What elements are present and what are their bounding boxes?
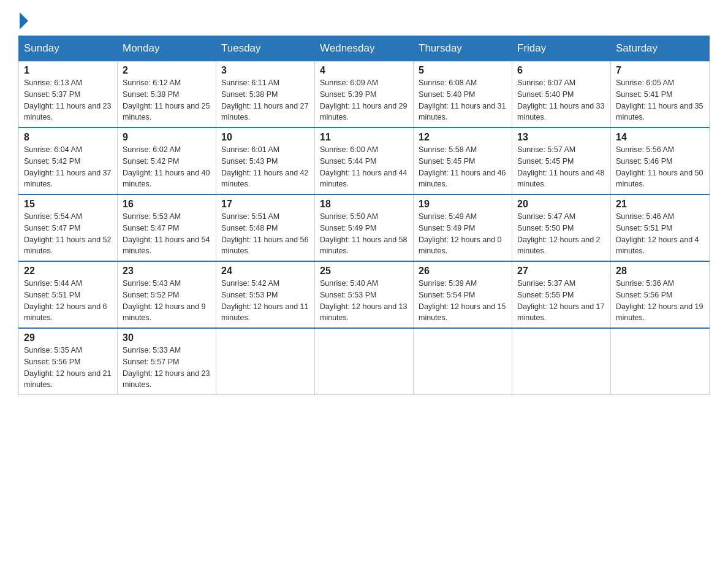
day-number: 6 xyxy=(517,65,605,76)
weekday-header-monday: Monday xyxy=(118,36,216,61)
day-number: 17 xyxy=(221,199,309,210)
day-info: Sunrise: 6:09 AMSunset: 5:39 PMDaylight:… xyxy=(320,77,408,123)
day-number: 27 xyxy=(517,266,605,277)
day-info: Sunrise: 5:49 AMSunset: 5:49 PMDaylight:… xyxy=(419,211,507,257)
weekday-header-wednesday: Wednesday xyxy=(315,36,414,61)
day-number: 15 xyxy=(24,199,112,210)
day-info: Sunrise: 6:05 AMSunset: 5:41 PMDaylight:… xyxy=(616,77,704,123)
calendar-week-row: 29Sunrise: 5:35 AMSunset: 5:56 PMDayligh… xyxy=(19,328,710,395)
day-number: 24 xyxy=(221,266,309,277)
calendar-cell: 3Sunrise: 6:11 AMSunset: 5:38 PMDaylight… xyxy=(216,61,315,128)
day-info: Sunrise: 5:53 AMSunset: 5:47 PMDaylight:… xyxy=(123,211,211,257)
logo-triangle-icon xyxy=(20,12,28,29)
calendar-cell: 15Sunrise: 5:54 AMSunset: 5:47 PMDayligh… xyxy=(19,194,118,261)
day-info: Sunrise: 5:54 AMSunset: 5:47 PMDaylight:… xyxy=(24,211,112,257)
calendar-cell: 30Sunrise: 5:33 AMSunset: 5:57 PMDayligh… xyxy=(118,328,216,395)
calendar-cell: 1Sunrise: 6:13 AMSunset: 5:37 PMDaylight… xyxy=(19,61,118,128)
day-info: Sunrise: 6:00 AMSunset: 5:44 PMDaylight:… xyxy=(320,144,408,190)
day-number: 30 xyxy=(123,332,211,343)
calendar-cell xyxy=(216,328,315,395)
calendar-cell: 5Sunrise: 6:08 AMSunset: 5:40 PMDaylight… xyxy=(414,61,512,128)
day-number: 8 xyxy=(24,132,112,143)
day-number: 3 xyxy=(221,65,309,76)
day-number: 20 xyxy=(517,199,605,210)
calendar-cell: 24Sunrise: 5:42 AMSunset: 5:53 PMDayligh… xyxy=(216,261,315,328)
calendar-cell: 4Sunrise: 6:09 AMSunset: 5:39 PMDaylight… xyxy=(315,61,414,128)
day-number: 26 xyxy=(419,266,507,277)
calendar-cell: 7Sunrise: 6:05 AMSunset: 5:41 PMDaylight… xyxy=(611,61,710,128)
calendar-cell xyxy=(611,328,710,395)
day-info: Sunrise: 6:02 AMSunset: 5:42 PMDaylight:… xyxy=(123,144,211,190)
calendar-cell: 10Sunrise: 6:01 AMSunset: 5:43 PMDayligh… xyxy=(216,128,315,194)
page-header xyxy=(18,12,710,29)
calendar-cell: 9Sunrise: 6:02 AMSunset: 5:42 PMDaylight… xyxy=(118,128,216,194)
day-info: Sunrise: 5:42 AMSunset: 5:53 PMDaylight:… xyxy=(221,278,309,324)
day-info: Sunrise: 6:07 AMSunset: 5:40 PMDaylight:… xyxy=(517,77,605,123)
day-info: Sunrise: 5:36 AMSunset: 5:56 PMDaylight:… xyxy=(616,278,704,324)
calendar-cell: 22Sunrise: 5:44 AMSunset: 5:51 PMDayligh… xyxy=(19,261,118,328)
day-info: Sunrise: 6:12 AMSunset: 5:38 PMDaylight:… xyxy=(123,77,211,123)
calendar-cell: 12Sunrise: 5:58 AMSunset: 5:45 PMDayligh… xyxy=(414,128,512,194)
day-info: Sunrise: 6:08 AMSunset: 5:40 PMDaylight:… xyxy=(419,77,507,123)
day-number: 23 xyxy=(123,266,211,277)
calendar-cell: 2Sunrise: 6:12 AMSunset: 5:38 PMDaylight… xyxy=(118,61,216,128)
day-info: Sunrise: 5:56 AMSunset: 5:46 PMDaylight:… xyxy=(616,144,704,190)
calendar-cell xyxy=(315,328,414,395)
day-info: Sunrise: 5:58 AMSunset: 5:45 PMDaylight:… xyxy=(419,144,507,190)
calendar-cell: 26Sunrise: 5:39 AMSunset: 5:54 PMDayligh… xyxy=(414,261,512,328)
day-info: Sunrise: 5:40 AMSunset: 5:53 PMDaylight:… xyxy=(320,278,408,324)
calendar-cell: 25Sunrise: 5:40 AMSunset: 5:53 PMDayligh… xyxy=(315,261,414,328)
weekday-header-sunday: Sunday xyxy=(19,36,118,61)
day-info: Sunrise: 6:11 AMSunset: 5:38 PMDaylight:… xyxy=(221,77,309,123)
day-number: 9 xyxy=(123,132,211,143)
day-number: 11 xyxy=(320,132,408,143)
calendar-cell: 18Sunrise: 5:50 AMSunset: 5:49 PMDayligh… xyxy=(315,194,414,261)
calendar-cell: 17Sunrise: 5:51 AMSunset: 5:48 PMDayligh… xyxy=(216,194,315,261)
day-number: 29 xyxy=(24,332,112,343)
day-number: 5 xyxy=(419,65,507,76)
calendar-week-row: 22Sunrise: 5:44 AMSunset: 5:51 PMDayligh… xyxy=(19,261,710,328)
calendar-cell: 6Sunrise: 6:07 AMSunset: 5:40 PMDaylight… xyxy=(512,61,611,128)
day-number: 10 xyxy=(221,132,309,143)
day-number: 2 xyxy=(123,65,211,76)
calendar-cell: 28Sunrise: 5:36 AMSunset: 5:56 PMDayligh… xyxy=(611,261,710,328)
calendar-week-row: 1Sunrise: 6:13 AMSunset: 5:37 PMDaylight… xyxy=(19,61,710,128)
day-number: 1 xyxy=(24,65,112,76)
day-number: 18 xyxy=(320,199,408,210)
calendar-cell: 19Sunrise: 5:49 AMSunset: 5:49 PMDayligh… xyxy=(414,194,512,261)
day-number: 25 xyxy=(320,266,408,277)
day-info: Sunrise: 5:47 AMSunset: 5:50 PMDaylight:… xyxy=(517,211,605,257)
day-info: Sunrise: 6:01 AMSunset: 5:43 PMDaylight:… xyxy=(221,144,309,190)
day-number: 16 xyxy=(123,199,211,210)
day-number: 28 xyxy=(616,266,704,277)
day-info: Sunrise: 5:33 AMSunset: 5:57 PMDaylight:… xyxy=(123,345,211,391)
calendar-cell: 16Sunrise: 5:53 AMSunset: 5:47 PMDayligh… xyxy=(118,194,216,261)
day-number: 21 xyxy=(616,199,704,210)
day-number: 13 xyxy=(517,132,605,143)
calendar-cell: 29Sunrise: 5:35 AMSunset: 5:56 PMDayligh… xyxy=(19,328,118,395)
day-number: 7 xyxy=(616,65,704,76)
day-info: Sunrise: 5:39 AMSunset: 5:54 PMDaylight:… xyxy=(419,278,507,324)
day-number: 22 xyxy=(24,266,112,277)
weekday-header-tuesday: Tuesday xyxy=(216,36,315,61)
calendar-week-row: 8Sunrise: 6:04 AMSunset: 5:42 PMDaylight… xyxy=(19,128,710,194)
day-number: 14 xyxy=(616,132,704,143)
day-info: Sunrise: 5:51 AMSunset: 5:48 PMDaylight:… xyxy=(221,211,309,257)
calendar-cell: 11Sunrise: 6:00 AMSunset: 5:44 PMDayligh… xyxy=(315,128,414,194)
day-info: Sunrise: 5:46 AMSunset: 5:51 PMDaylight:… xyxy=(616,211,704,257)
calendar-cell xyxy=(512,328,611,395)
weekday-header-row: SundayMondayTuesdayWednesdayThursdayFrid… xyxy=(19,36,710,61)
weekday-header-friday: Friday xyxy=(512,36,611,61)
calendar-cell xyxy=(414,328,512,395)
day-info: Sunrise: 5:43 AMSunset: 5:52 PMDaylight:… xyxy=(123,278,211,324)
calendar-cell: 23Sunrise: 5:43 AMSunset: 5:52 PMDayligh… xyxy=(118,261,216,328)
calendar-cell: 14Sunrise: 5:56 AMSunset: 5:46 PMDayligh… xyxy=(611,128,710,194)
logo-blue-part xyxy=(18,12,29,29)
day-number: 12 xyxy=(419,132,507,143)
calendar-cell: 13Sunrise: 5:57 AMSunset: 5:45 PMDayligh… xyxy=(512,128,611,194)
day-info: Sunrise: 6:04 AMSunset: 5:42 PMDaylight:… xyxy=(24,144,112,190)
calendar-cell: 8Sunrise: 6:04 AMSunset: 5:42 PMDaylight… xyxy=(19,128,118,194)
weekday-header-thursday: Thursday xyxy=(414,36,512,61)
day-info: Sunrise: 6:13 AMSunset: 5:37 PMDaylight:… xyxy=(24,77,112,123)
calendar-cell: 21Sunrise: 5:46 AMSunset: 5:51 PMDayligh… xyxy=(611,194,710,261)
